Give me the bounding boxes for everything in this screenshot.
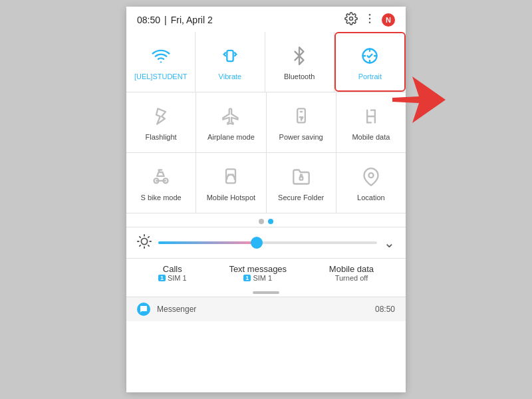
messenger-time: 08:50 [375,305,395,314]
brightness-fill [158,241,257,244]
phone-panel: 08:50 | Fri, April 2 N [126,7,406,392]
tile-portrait[interactable]: Portrait [334,32,406,92]
text-cell[interactable]: Text messages 1 SIM 1 [229,264,287,282]
messenger-row[interactable]: Messenger 08:50 [126,297,406,321]
securefolder-icon [289,165,313,189]
tile-vibrate[interactable]: Vibrate [196,32,265,92]
location-label: Location [357,193,385,202]
portrait-label: Portrait [358,72,382,81]
svg-line-23 [148,237,149,237]
mobiledata-sub: Turned off [335,274,368,282]
calls-cell[interactable]: Calls 1 SIM 1 [158,264,187,282]
dot-2[interactable] [268,219,273,224]
svg-point-0 [350,17,353,21]
svg-rect-5 [227,51,233,61]
brightness-expand-icon[interactable]: ⌄ [384,235,395,251]
portrait-icon [358,44,382,68]
messenger-icon [137,303,150,316]
info-row: Calls 1 SIM 1 Text messages 1 SIM 1 Mobi… [126,258,406,289]
tile-securefolder[interactable]: Secure Folder [267,153,336,213]
notification-badge: N [382,13,395,27]
handle-bar-inner [253,291,279,294]
securefolder-label: Secure Folder [278,193,324,202]
tile-hotspot[interactable]: Mobile Hotspot [196,153,266,213]
tile-wifi[interactable]: [UEL]STUDENT [126,32,196,92]
gear-icon[interactable] [344,12,358,28]
svg-point-3 [369,22,371,24]
tile-flashlight[interactable]: Flashlight [126,92,196,152]
status-date: Fri, April 2 [171,15,213,25]
text-sim-badge: 1 [243,275,251,281]
quick-panel: [UEL]STUDENT Vibrate [126,32,406,392]
status-icons: N [344,12,395,28]
dot-1[interactable] [259,219,264,224]
sbike-icon [149,165,173,189]
brightness-slider[interactable] [158,241,377,244]
hotspot-label: Mobile Hotspot [207,193,255,202]
calls-sim-badge: 1 [158,275,166,281]
handle-bar [126,289,406,297]
mobiledata-icon [359,104,383,128]
mobiledata-cell[interactable]: Mobile data Turned off [329,264,374,282]
svg-point-2 [369,18,371,20]
svg-point-15 [141,238,147,244]
page-dots [126,213,406,227]
wifi-icon [149,44,173,68]
sbike-label: S bike mode [141,193,182,202]
tile-row-2: Flashlight Airplane mode [126,92,406,153]
tile-location[interactable]: Location [336,153,406,213]
messenger-label: Messenger [157,305,196,314]
brightness-icon [137,234,152,251]
bluetooth-label: Bluetooth [284,72,315,81]
status-time: 08:50 [137,15,160,25]
powersaving-icon [289,104,313,128]
mobiledata-label: Mobile data [352,132,390,142]
svg-line-18 [140,237,140,237]
svg-point-4 [160,61,161,63]
tile-bluetooth[interactable]: Bluetooth [265,32,334,92]
location-icon [359,165,383,189]
tile-mobiledata[interactable]: Mobile data [336,92,406,152]
status-bar: 08:50 | Fri, April 2 N [126,7,406,32]
tile-row-1: [UEL]STUDENT Vibrate [126,32,406,92]
brightness-thumb[interactable] [251,237,263,249]
tile-sbike[interactable]: S bike mode [126,153,196,213]
calls-title: Calls [163,264,182,274]
powersaving-label: Power saving [279,132,323,142]
airplane-icon [219,104,243,128]
svg-line-19 [148,245,149,246]
flashlight-icon [149,104,173,128]
wifi-label: [UEL]STUDENT [134,72,187,81]
text-title: Text messages [229,264,287,274]
mobiledata-title: Mobile data [329,264,374,274]
vibrate-label: Vibrate [219,72,242,81]
flashlight-label: Flashlight [146,132,177,142]
calls-sub: 1 SIM 1 [158,274,187,282]
bluetooth-icon [287,44,311,68]
vibrate-icon [218,44,242,68]
text-sub: 1 SIM 1 [243,274,272,282]
airplane-label: Airplane mode [207,132,255,142]
svg-point-14 [368,173,373,178]
more-icon[interactable] [363,12,376,28]
svg-line-22 [140,245,140,246]
svg-point-1 [369,14,371,16]
tile-row-3: S bike mode Mobile Hotspot [126,153,406,213]
status-separator: | [164,15,167,25]
tile-powersaving[interactable]: Power saving [267,92,336,152]
brightness-row: ⌄ [126,227,406,258]
tile-airplane[interactable]: Airplane mode [196,92,266,152]
hotspot-icon [219,165,243,189]
